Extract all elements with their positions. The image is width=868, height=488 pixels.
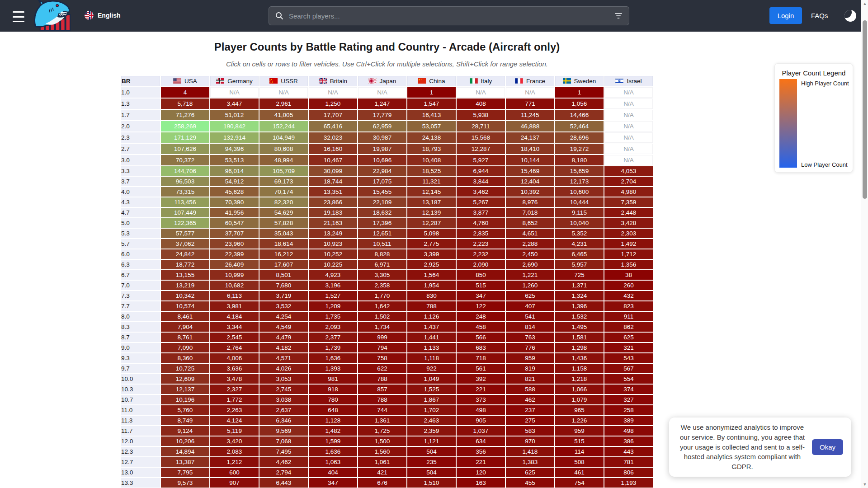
player-count-cell[interactable]: 1,581 [555,333,604,342]
player-count-cell[interactable]: 32,023 [309,132,357,143]
player-count-cell[interactable]: 107,626 [161,144,209,154]
table-row-br-4.0[interactable]: 4.073,31545,62870,17413,35115,45512,1453… [121,187,653,197]
player-count-cell[interactable]: 4,231 [555,239,604,249]
player-count-cell[interactable]: 2,463 [407,416,456,425]
player-count-cell[interactable]: 676 [358,478,406,488]
player-count-cell[interactable]: 7,068 [259,436,308,446]
player-count-cell[interactable]: 9,569 [259,426,308,436]
player-count-cell[interactable]: 28,711 [457,121,505,131]
table-row-br-8.3[interactable]: 8.37,9043,3444,5492,0931,7341,4374588141… [121,322,653,332]
player-count-cell[interactable]: 2,448 [604,208,653,217]
player-count-cell[interactable]: 30,987 [358,132,406,143]
player-count-cell[interactable]: 561 [457,364,505,373]
player-count-cell[interactable]: 2,377 [309,333,357,342]
player-count-cell[interactable]: 132,914 [210,132,259,143]
player-count-cell[interactable]: 622 [358,364,406,373]
player-count-cell[interactable]: 3,428 [604,218,653,228]
player-count-cell[interactable]: 959 [555,426,604,436]
player-count-cell[interactable]: 2,303 [604,229,653,238]
table-row-br-2.7[interactable]: 2.7107,62694,39680,60816,16019,98718,793… [121,144,653,154]
player-count-cell[interactable]: 8,976 [506,197,554,207]
player-count-cell[interactable]: 35,043 [259,229,308,238]
br-cell[interactable]: 3.7 [121,177,160,186]
player-count-cell[interactable]: 2,764 [210,343,259,352]
player-count-cell[interactable]: 24,138 [407,132,456,143]
player-count-cell[interactable]: 53,513 [210,155,259,165]
player-count-cell[interactable]: 8,461 [161,312,209,321]
br-cell[interactable]: 7.7 [121,301,160,311]
player-count-cell[interactable]: 14,466 [555,110,604,120]
player-count-cell[interactable]: 19,272 [555,144,604,154]
player-count-cell[interactable]: 567 [604,364,653,373]
player-count-cell[interactable]: 905 [457,416,505,425]
player-count-cell[interactable]: 374 [604,385,653,394]
player-count-cell[interactable]: 10,392 [506,187,554,197]
player-count-cell[interactable]: 1,226 [555,416,604,425]
player-count-cell[interactable]: 999 [358,333,406,342]
player-count-cell[interactable]: 37,707 [210,229,259,238]
player-count-cell[interactable]: 981 [309,374,357,384]
player-count-cell[interactable]: 24,137 [506,132,554,143]
player-count-cell[interactable]: 22,399 [210,249,259,259]
player-count-cell[interactable]: 10,206 [161,436,209,446]
table-row-br-7.7[interactable]: 7.710,5743,9813,5321,2091,6427881224071,… [121,301,653,311]
player-count-cell[interactable]: 1,049 [407,374,456,384]
player-count-cell[interactable]: 260 [604,281,653,290]
player-count-cell[interactable]: 2,223 [457,239,505,249]
faqs-link[interactable]: FAQs [811,12,828,19]
player-count-cell[interactable]: 1,298 [555,343,604,352]
player-count-cell[interactable]: 7,680 [259,281,308,290]
br-cell[interactable]: 6.3 [121,260,160,269]
table-row-br-4.7[interactable]: 4.7107,44941,95654,62919,18318,63212,139… [121,208,653,217]
table-row-br-7.0[interactable]: 7.013,21910,6827,6803,1962,3581,9545151,… [121,281,653,290]
table-row-br-5.3[interactable]: 5.357,57737,70735,04313,24912,6515,0982,… [121,229,653,238]
br-cell[interactable]: 7.0 [121,281,160,290]
player-count-cell[interactable]: 5,352 [555,229,604,238]
player-count-cell[interactable]: 3,478 [210,374,259,384]
player-count-cell[interactable]: 107,449 [161,208,209,217]
player-count-cell[interactable]: 634 [457,436,505,446]
filter-icon[interactable] [614,13,623,19]
player-count-cell[interactable]: 408 [457,99,505,109]
player-count-cell[interactable]: 1,218 [555,374,604,384]
br-cell[interactable]: 10.0 [121,374,160,384]
table-row-br-11.7[interactable]: 11.79,1245,1199,5691,4821,7252,3591,0375… [121,426,653,436]
player-count-cell[interactable]: N/A [604,132,653,143]
player-count-cell[interactable]: 347 [457,291,505,300]
player-count-cell[interactable]: 6,113 [210,291,259,300]
player-count-cell[interactable]: 12,404 [506,177,554,186]
player-count-cell[interactable]: 122,365 [161,218,209,228]
player-count-cell[interactable]: 1,502 [358,312,406,321]
player-count-cell[interactable]: 2,327 [210,385,259,394]
player-count-cell[interactable]: 3,344 [210,322,259,332]
player-count-cell[interactable]: 4 [161,87,209,98]
player-count-cell[interactable]: 781 [604,457,653,467]
br-cell[interactable]: 5.7 [121,239,160,249]
column-header-france[interactable]: France [506,76,554,86]
player-count-cell[interactable]: 105,709 [259,166,308,176]
player-count-cell[interactable]: 1,079 [555,395,604,404]
player-count-cell[interactable]: 221 [457,385,505,394]
player-count-cell[interactable]: 8,761 [161,333,209,342]
player-count-cell[interactable]: 1,436 [555,353,604,363]
player-count-cell[interactable]: 504 [407,447,456,456]
column-header-israel[interactable]: Israel [604,76,653,86]
player-count-cell[interactable]: 918 [309,385,357,394]
player-count-cell[interactable]: 1,500 [358,436,406,446]
player-count-cell[interactable]: 1,636 [309,447,357,456]
player-count-cell[interactable]: 718 [457,353,505,363]
player-count-cell[interactable]: 10,040 [555,218,604,228]
player-count-cell[interactable]: 455 [506,478,554,488]
player-count-cell[interactable]: 1,418 [506,447,554,456]
player-count-cell[interactable]: 18,525 [407,166,456,176]
player-count-cell[interactable]: 1,250 [309,99,357,109]
player-count-cell[interactable]: 221 [457,457,505,467]
player-count-cell[interactable]: 10,196 [161,395,209,404]
player-count-cell[interactable]: 45,628 [210,187,259,197]
scrollbar-down-arrow-icon[interactable]: ▼ [861,481,868,488]
player-count-cell[interactable]: 1,547 [407,99,456,109]
player-count-cell[interactable]: 48,994 [259,155,308,165]
player-count-cell[interactable]: 2,093 [309,322,357,332]
player-count-cell[interactable]: 70,390 [210,197,259,207]
player-count-cell[interactable]: 11,245 [506,110,554,120]
